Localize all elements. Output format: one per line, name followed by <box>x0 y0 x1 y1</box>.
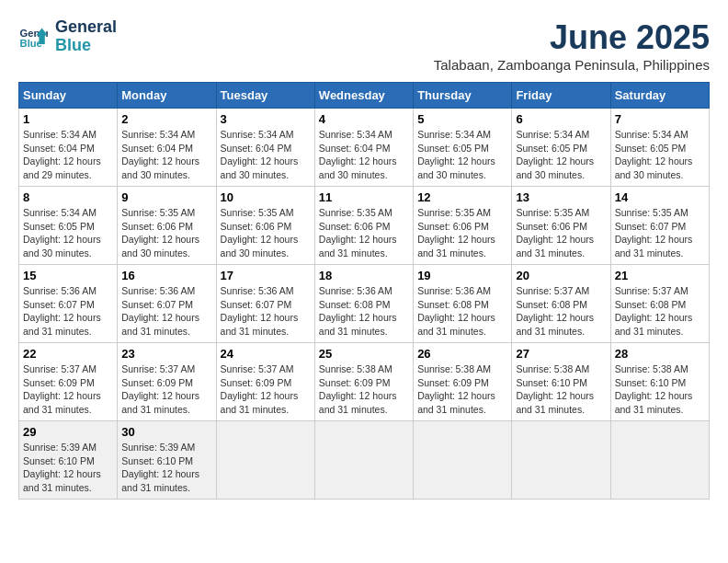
day-info: Sunrise: 5:39 AM Sunset: 6:10 PM Dayligh… <box>121 441 211 495</box>
day-info: Sunrise: 5:39 AM Sunset: 6:10 PM Dayligh… <box>23 441 113 495</box>
day-info: Sunrise: 5:38 AM Sunset: 6:09 PM Dayligh… <box>417 362 507 417</box>
day-number: 14 <box>615 190 705 204</box>
weekday-header-monday: Monday <box>118 83 216 109</box>
day-info: Sunrise: 5:36 AM Sunset: 6:07 PM Dayligh… <box>23 284 113 339</box>
day-info: Sunrise: 5:35 AM Sunset: 6:06 PM Dayligh… <box>221 206 311 260</box>
calendar-cell: 5 Sunrise: 5:34 AM Sunset: 6:05 PM Dayli… <box>414 109 512 187</box>
day-number: 16 <box>121 269 211 282</box>
day-number: 20 <box>516 269 606 282</box>
calendar-cell: 27 Sunrise: 5:38 AM Sunset: 6:10 PM Dayl… <box>512 343 610 421</box>
header: General Blue General Blue June 2025 Tala… <box>18 18 710 73</box>
day-info: Sunrise: 5:37 AM Sunset: 6:09 PM Dayligh… <box>23 362 113 417</box>
day-number: 29 <box>23 425 113 439</box>
calendar-cell: 17 Sunrise: 5:36 AM Sunset: 6:07 PM Dayl… <box>216 265 314 343</box>
week-row-4: 22 Sunrise: 5:37 AM Sunset: 6:09 PM Dayl… <box>19 343 710 421</box>
calendar-cell: 7 Sunrise: 5:34 AM Sunset: 6:05 PM Dayli… <box>610 109 709 187</box>
day-number: 1 <box>23 112 113 126</box>
calendar-cell: 26 Sunrise: 5:38 AM Sunset: 6:09 PM Dayl… <box>414 343 512 421</box>
day-number: 11 <box>319 190 409 204</box>
calendar-cell: 24 Sunrise: 5:37 AM Sunset: 6:09 PM Dayl… <box>216 343 314 421</box>
logo: General Blue General Blue <box>18 18 117 55</box>
day-info: Sunrise: 5:35 AM Sunset: 6:06 PM Dayligh… <box>121 206 211 260</box>
day-number: 10 <box>221 190 311 204</box>
day-info: Sunrise: 5:34 AM Sunset: 6:05 PM Dayligh… <box>417 128 507 182</box>
day-number: 3 <box>221 112 311 126</box>
day-info: Sunrise: 5:38 AM Sunset: 6:09 PM Dayligh… <box>319 362 409 417</box>
week-row-3: 15 Sunrise: 5:36 AM Sunset: 6:07 PM Dayl… <box>19 265 710 343</box>
day-info: Sunrise: 5:36 AM Sunset: 6:08 PM Dayligh… <box>417 284 507 339</box>
location-title: Talabaan, Zamboanga Peninsula, Philippin… <box>434 57 710 73</box>
day-info: Sunrise: 5:37 AM Sunset: 6:08 PM Dayligh… <box>516 284 606 339</box>
calendar-cell: 1 Sunrise: 5:34 AM Sunset: 6:04 PM Dayli… <box>19 109 118 187</box>
day-info: Sunrise: 5:36 AM Sunset: 6:07 PM Dayligh… <box>221 284 311 339</box>
calendar-cell: 6 Sunrise: 5:34 AM Sunset: 6:05 PM Dayli… <box>512 109 610 187</box>
calendar-cell: 18 Sunrise: 5:36 AM Sunset: 6:08 PM Dayl… <box>314 265 413 343</box>
calendar-cell: 23 Sunrise: 5:37 AM Sunset: 6:09 PM Dayl… <box>118 343 216 421</box>
svg-text:Blue: Blue <box>20 38 42 49</box>
calendar-cell: 10 Sunrise: 5:35 AM Sunset: 6:06 PM Dayl… <box>216 187 314 265</box>
day-number: 22 <box>23 347 113 361</box>
calendar-cell: 30 Sunrise: 5:39 AM Sunset: 6:10 PM Dayl… <box>118 421 216 500</box>
day-info: Sunrise: 5:35 AM Sunset: 6:06 PM Dayligh… <box>417 206 507 260</box>
weekday-header-friday: Friday <box>512 83 610 109</box>
day-number: 26 <box>417 347 507 361</box>
calendar-cell: 22 Sunrise: 5:37 AM Sunset: 6:09 PM Dayl… <box>19 343 118 421</box>
day-number: 18 <box>319 269 409 282</box>
day-info: Sunrise: 5:34 AM Sunset: 6:04 PM Dayligh… <box>221 128 311 182</box>
day-number: 24 <box>221 347 311 361</box>
day-number: 13 <box>516 190 606 204</box>
day-info: Sunrise: 5:34 AM Sunset: 6:04 PM Dayligh… <box>319 128 409 182</box>
weekday-header-row: SundayMondayTuesdayWednesdayThursdayFrid… <box>19 83 710 109</box>
day-info: Sunrise: 5:34 AM Sunset: 6:04 PM Dayligh… <box>23 128 113 182</box>
calendar-cell <box>314 421 413 500</box>
calendar-cell: 4 Sunrise: 5:34 AM Sunset: 6:04 PM Dayli… <box>314 109 413 187</box>
day-number: 25 <box>319 347 409 361</box>
day-number: 4 <box>319 112 409 126</box>
day-info: Sunrise: 5:38 AM Sunset: 6:10 PM Dayligh… <box>516 362 606 417</box>
day-number: 2 <box>121 112 211 126</box>
day-info: Sunrise: 5:37 AM Sunset: 6:09 PM Dayligh… <box>121 362 211 417</box>
day-info: Sunrise: 5:37 AM Sunset: 6:09 PM Dayligh… <box>221 362 311 417</box>
weekday-header-wednesday: Wednesday <box>314 83 413 109</box>
day-info: Sunrise: 5:37 AM Sunset: 6:08 PM Dayligh… <box>615 284 705 339</box>
month-title: June 2025 <box>434 18 710 57</box>
day-number: 7 <box>615 112 705 126</box>
day-number: 27 <box>516 347 606 361</box>
day-info: Sunrise: 5:35 AM Sunset: 6:06 PM Dayligh… <box>516 206 606 260</box>
calendar-cell: 20 Sunrise: 5:37 AM Sunset: 6:08 PM Dayl… <box>512 265 610 343</box>
day-number: 23 <box>121 347 211 361</box>
calendar-cell: 9 Sunrise: 5:35 AM Sunset: 6:06 PM Dayli… <box>118 187 216 265</box>
day-number: 19 <box>417 269 507 282</box>
calendar-cell: 25 Sunrise: 5:38 AM Sunset: 6:09 PM Dayl… <box>314 343 413 421</box>
calendar-cell: 13 Sunrise: 5:35 AM Sunset: 6:06 PM Dayl… <box>512 187 610 265</box>
day-info: Sunrise: 5:36 AM Sunset: 6:08 PM Dayligh… <box>319 284 409 339</box>
week-row-2: 8 Sunrise: 5:34 AM Sunset: 6:05 PM Dayli… <box>19 187 710 265</box>
day-number: 8 <box>23 190 113 204</box>
calendar-cell: 8 Sunrise: 5:34 AM Sunset: 6:05 PM Dayli… <box>19 187 118 265</box>
calendar-cell <box>216 421 314 500</box>
day-info: Sunrise: 5:34 AM Sunset: 6:05 PM Dayligh… <box>516 128 606 182</box>
day-number: 21 <box>615 269 705 282</box>
day-number: 30 <box>121 425 211 439</box>
day-info: Sunrise: 5:34 AM Sunset: 6:05 PM Dayligh… <box>615 128 705 182</box>
week-row-5: 29 Sunrise: 5:39 AM Sunset: 6:10 PM Dayl… <box>19 421 710 500</box>
calendar-cell <box>512 421 610 500</box>
day-info: Sunrise: 5:34 AM Sunset: 6:04 PM Dayligh… <box>121 128 211 182</box>
calendar-cell: 29 Sunrise: 5:39 AM Sunset: 6:10 PM Dayl… <box>19 421 118 500</box>
day-number: 5 <box>417 112 507 126</box>
calendar-cell: 3 Sunrise: 5:34 AM Sunset: 6:04 PM Dayli… <box>216 109 314 187</box>
title-area: June 2025 Talabaan, Zamboanga Peninsula,… <box>434 18 710 73</box>
calendar: SundayMondayTuesdayWednesdayThursdayFrid… <box>18 82 710 500</box>
weekday-header-sunday: Sunday <box>19 83 118 109</box>
calendar-cell: 28 Sunrise: 5:38 AM Sunset: 6:10 PM Dayl… <box>610 343 709 421</box>
day-number: 12 <box>417 190 507 204</box>
calendar-cell <box>610 421 709 500</box>
day-number: 28 <box>615 347 705 361</box>
logo-name: General Blue <box>55 18 117 55</box>
calendar-cell: 21 Sunrise: 5:37 AM Sunset: 6:08 PM Dayl… <box>610 265 709 343</box>
calendar-cell: 2 Sunrise: 5:34 AM Sunset: 6:04 PM Dayli… <box>118 109 216 187</box>
day-number: 17 <box>221 269 311 282</box>
calendar-cell: 16 Sunrise: 5:36 AM Sunset: 6:07 PM Dayl… <box>118 265 216 343</box>
calendar-cell: 19 Sunrise: 5:36 AM Sunset: 6:08 PM Dayl… <box>414 265 512 343</box>
day-number: 15 <box>23 269 113 282</box>
